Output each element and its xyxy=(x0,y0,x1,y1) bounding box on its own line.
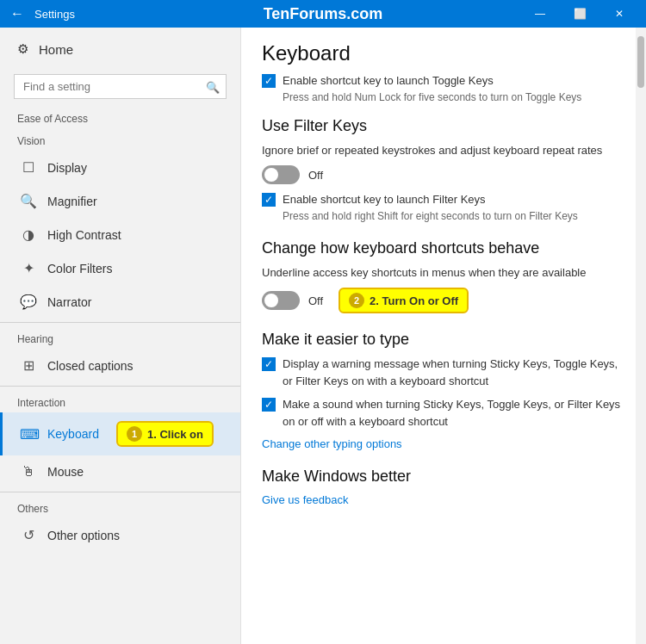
annotation-turn-on-off-text: 2. Turn On or Off xyxy=(370,294,458,307)
annotation-number-1: 1 xyxy=(127,426,142,442)
color-filters-label: Color Filters xyxy=(47,262,112,276)
sticky-keys-warn-checkbox[interactable]: ✓ xyxy=(262,357,276,371)
ease-of-access-label: Ease of Access xyxy=(0,106,240,128)
search-input[interactable] xyxy=(14,74,227,99)
easier-type-section: Make it easier to type ✓ Display a warni… xyxy=(262,331,625,450)
change-typing-options-link[interactable]: Change other typing options xyxy=(262,437,402,450)
hearing-label: Hearing xyxy=(0,326,240,349)
filter-keys-checkbox-label: Enable shortcut key to launch Filter Key… xyxy=(283,191,578,208)
sticky-keys-warn-label: Display a warning message when turning S… xyxy=(283,356,625,389)
sidebar: ⚙ Home 🔍 Ease of Access Vision ☐ Display… xyxy=(0,28,241,644)
filter-keys-checkbox-desc: Press and hold right Shift for eight sec… xyxy=(283,210,578,222)
shortcuts-behave-toggle-knob xyxy=(264,294,278,307)
easier-type-heading: Make it easier to type xyxy=(262,331,625,349)
others-label: Others xyxy=(0,496,240,518)
windows-better-section: Make Windows better Give us feedback xyxy=(262,468,625,506)
shortcuts-behave-desc: Underline access key shortcuts in menus … xyxy=(262,264,625,282)
sidebar-search-container: 🔍 xyxy=(14,74,227,99)
close-button[interactable]: ✕ xyxy=(599,0,639,28)
search-icon: 🔍 xyxy=(206,80,220,93)
scrollbar-track xyxy=(636,28,646,644)
restore-button[interactable]: ⬜ xyxy=(560,0,599,28)
titlebar-controls: — ⬜ ✕ xyxy=(520,0,639,28)
back-button[interactable]: ← xyxy=(7,3,28,25)
give-feedback-link[interactable]: Give us feedback xyxy=(262,493,348,506)
divider-2 xyxy=(0,386,240,387)
filter-keys-toggle-knob xyxy=(264,168,278,182)
shortcuts-behave-toggle-label: Off xyxy=(308,294,323,307)
filter-keys-toggle-label: Off xyxy=(308,169,323,182)
watermark: TenForums.com xyxy=(264,5,383,23)
divider-3 xyxy=(0,492,240,492)
sidebar-item-other-options[interactable]: ↺ Other options xyxy=(0,518,240,552)
display-icon: ☐ xyxy=(20,159,37,176)
shortcuts-behave-section: Change how keyboard shortcuts behave Und… xyxy=(262,239,625,314)
toggle-keys-label: Enable shortcut key to launch Toggle Key… xyxy=(283,72,581,90)
home-icon: ⚙ xyxy=(17,41,28,57)
sticky-keys-sound-checkbox[interactable]: ✓ xyxy=(262,398,276,412)
keyboard-icon: ⌨ xyxy=(20,426,37,443)
filter-keys-section: Use Filter Keys Ignore brief or repeated… xyxy=(262,117,625,222)
high-contrast-icon: ◑ xyxy=(20,226,37,243)
narrator-icon: 💬 xyxy=(20,294,37,310)
keyboard-label: Keyboard xyxy=(47,427,99,441)
color-filters-icon: ✦ xyxy=(20,260,37,276)
annotation-turn-on-off: 2 2. Turn On or Off xyxy=(339,288,469,313)
windows-better-heading: Make Windows better xyxy=(262,468,625,486)
app-body: ⚙ Home 🔍 Ease of Access Vision ☐ Display… xyxy=(0,28,646,644)
home-label: Home xyxy=(39,42,73,57)
mouse-label: Mouse xyxy=(47,465,84,479)
divider-1 xyxy=(0,322,240,323)
shortcuts-behave-toggle[interactable] xyxy=(262,291,300,310)
sidebar-item-narrator[interactable]: 💬 Narrator xyxy=(0,285,240,319)
sidebar-item-mouse[interactable]: 🖱 Mouse xyxy=(0,455,240,488)
other-options-icon: ↺ xyxy=(20,527,37,543)
toggle-keys-checkbox-row: ✓ Enable shortcut key to launch Toggle K… xyxy=(262,72,625,103)
mouse-icon: 🖱 xyxy=(20,464,37,480)
display-label: Display xyxy=(47,161,87,175)
other-options-label: Other options xyxy=(47,529,120,542)
high-contrast-label: High Contrast xyxy=(47,228,121,242)
filter-keys-toggle-row: Off xyxy=(262,165,625,184)
titlebar: ← Settings TenForums.com — ⬜ ✕ xyxy=(0,0,646,28)
interaction-label: Interaction xyxy=(0,390,240,412)
closed-captions-icon: ⊞ xyxy=(20,357,37,374)
toggle-keys-checkbox[interactable]: ✓ xyxy=(262,74,276,88)
shortcuts-behave-heading: Change how keyboard shortcuts behave xyxy=(262,239,625,257)
closed-captions-label: Closed captions xyxy=(47,359,134,373)
annotation-number-2: 2 xyxy=(349,293,364,308)
toggle-keys-desc: Press and hold Num Lock for five seconds… xyxy=(283,91,581,103)
annotation-click-on-text: 1. Click on xyxy=(147,428,203,441)
minimize-button[interactable]: — xyxy=(520,0,560,28)
filter-keys-desc: Ignore brief or repeated keystrokes and … xyxy=(262,142,625,159)
sidebar-item-keyboard[interactable]: ⌨ Keyboard 1 1. Click on xyxy=(0,412,240,455)
sidebar-item-high-contrast[interactable]: ◑ High Contrast xyxy=(0,218,240,251)
sticky-keys-sound-label: Make a sound when turning Sticky Keys, T… xyxy=(283,396,625,430)
sidebar-home[interactable]: ⚙ Home xyxy=(0,28,240,71)
vision-label: Vision xyxy=(0,128,240,151)
sticky-keys-warn-row: ✓ Display a warning message when turning… xyxy=(262,356,625,389)
filter-keys-toggle[interactable] xyxy=(262,165,300,184)
annotation-click-on: 1 1. Click on xyxy=(116,421,214,447)
titlebar-title: Settings xyxy=(34,8,75,21)
sticky-keys-sound-row: ✓ Make a sound when turning Sticky Keys,… xyxy=(262,396,625,430)
filter-keys-heading: Use Filter Keys xyxy=(262,117,625,135)
magnifier-icon: 🔍 xyxy=(20,193,37,209)
shortcuts-behave-toggle-row: Off 2 2. Turn On or Off xyxy=(262,288,625,313)
sidebar-item-closed-captions[interactable]: ⊞ Closed captions xyxy=(0,349,240,382)
sidebar-item-magnifier[interactable]: 🔍 Magnifier xyxy=(0,184,240,218)
filter-keys-checkbox[interactable]: ✓ xyxy=(262,193,276,207)
narrator-label: Narrator xyxy=(47,295,91,309)
filter-keys-checkbox-row: ✓ Enable shortcut key to launch Filter K… xyxy=(262,191,625,222)
scrollbar-thumb[interactable] xyxy=(637,36,644,88)
page-title: Keyboard xyxy=(262,41,625,65)
magnifier-label: Magnifier xyxy=(47,195,97,208)
titlebar-left: ← Settings xyxy=(7,3,75,25)
sidebar-item-display[interactable]: ☐ Display xyxy=(0,151,240,184)
sidebar-item-color-filters[interactable]: ✦ Color Filters xyxy=(0,251,240,285)
content-area: Keyboard ✓ Enable shortcut key to launch… xyxy=(241,28,646,644)
